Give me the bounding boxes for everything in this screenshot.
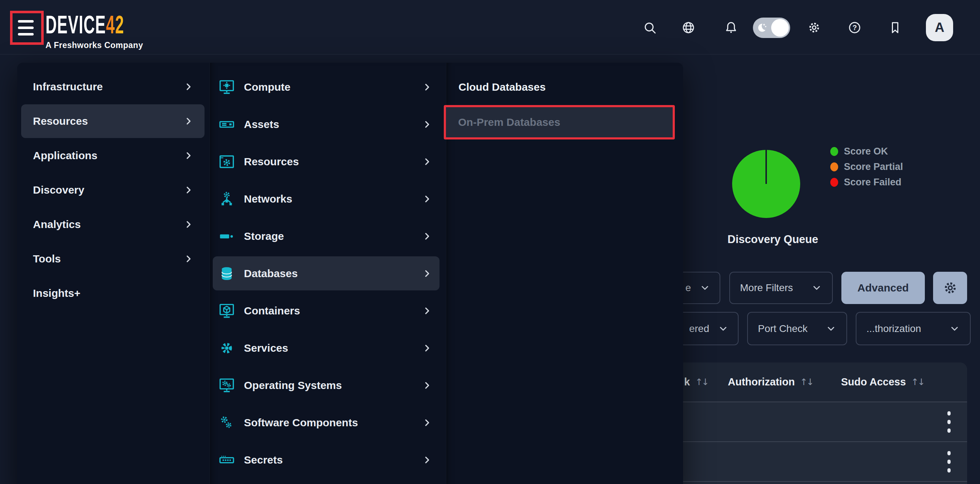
menu-item-label: Assets — [244, 118, 279, 131]
port-check-dropdown[interactable]: Port Check — [747, 312, 847, 345]
legend-label: Score OK — [844, 146, 888, 157]
menu-item-label: Operating Systems — [244, 379, 342, 391]
language-button[interactable] — [681, 20, 696, 35]
column-header-label: Authorization — [728, 376, 795, 388]
sort-icon[interactable]: ↑↓ — [695, 377, 708, 387]
row-actions-kebab-icon[interactable] — [945, 449, 953, 475]
assets-icon — [218, 116, 235, 133]
chevron-right-icon — [422, 194, 432, 204]
menu-item-services[interactable]: Services — [213, 331, 439, 365]
services-icon — [218, 340, 235, 357]
column-header-sudo-access[interactable]: Sudo Access ↑↓ — [841, 363, 924, 401]
menu-item-on-prem-databases[interactable]: On-Prem Databases — [444, 105, 675, 139]
chevron-right-icon — [422, 83, 432, 92]
compute-icon — [218, 78, 235, 96]
menu-item-label: Analytics — [33, 218, 81, 230]
authorization-dropdown[interactable]: ...thorization — [856, 312, 971, 345]
networks-icon — [218, 190, 235, 208]
menu-item-resources[interactable]: Resources — [21, 104, 205, 138]
menu-item-label: Services — [244, 342, 288, 354]
chevron-down-icon — [811, 283, 822, 293]
column-header-label: k — [684, 376, 690, 388]
menu-level3-column: Cloud Databases On-Prem Databases — [446, 63, 683, 484]
help-button[interactable]: ? — [847, 20, 862, 35]
row-actions-kebab-icon[interactable] — [945, 409, 953, 435]
menu-item-software-components[interactable]: Software Components — [213, 406, 439, 439]
menu-item-label: Software Components — [244, 417, 358, 429]
menu-item-secrets[interactable]: Secrets — [213, 443, 439, 477]
chevron-right-icon — [184, 220, 193, 229]
chevron-right-icon — [422, 232, 432, 241]
menu-item-label: Containers — [244, 305, 300, 317]
menu-level1-column: Infrastructure Resources Applications Di… — [17, 63, 210, 484]
filter-dropdown-label: ered — [689, 323, 709, 334]
menu-item-analytics[interactable]: Analytics — [21, 208, 205, 241]
menu-item-compute[interactable]: Compute — [213, 70, 439, 104]
bookmarks-button[interactable] — [887, 20, 903, 35]
menu-item-storage[interactable]: Storage — [213, 219, 439, 253]
more-filters-dropdown[interactable]: More Filters — [729, 272, 833, 304]
menu-item-databases[interactable]: Databases — [213, 256, 439, 291]
filter-dropdown-label: ...thorization — [867, 323, 921, 334]
settings-gear-icon — [807, 20, 822, 35]
menu-item-discovery[interactable]: Discovery — [21, 173, 205, 207]
menu-item-assets[interactable]: Assets — [213, 107, 439, 141]
menu-level2-column: Compute Assets Resources — [210, 63, 446, 484]
menu-item-label: Storage — [244, 230, 284, 242]
filter-dropdown-label: More Filters — [740, 282, 793, 294]
score-ok-dot-icon — [830, 147, 838, 156]
advanced-button-label: Advanced — [858, 282, 909, 294]
search-button[interactable] — [642, 20, 658, 35]
containers-icon — [218, 302, 235, 319]
advanced-button[interactable]: Advanced — [842, 272, 925, 304]
legend-label: Score Partial — [844, 161, 903, 173]
menu-item-label: Cloud Databases — [458, 81, 546, 93]
menu-item-networks[interactable]: Networks — [213, 182, 439, 216]
filter-dropdown-label: e — [685, 282, 691, 294]
column-header-authorization[interactable]: Authorization ↑↓ — [728, 363, 813, 401]
menu-item-label: Applications — [33, 150, 97, 162]
notifications-button[interactable] — [723, 20, 739, 35]
table-settings-button[interactable] — [933, 272, 967, 304]
sort-icon[interactable]: ↑↓ — [911, 377, 924, 387]
menu-item-resources-l2[interactable]: Resources — [213, 144, 439, 179]
hamburger-menu-button[interactable] — [10, 11, 44, 45]
menu-item-tools[interactable]: Tools — [21, 242, 205, 276]
menu-item-applications[interactable]: Applications — [21, 139, 205, 173]
notifications-bell-icon — [724, 21, 738, 35]
device42-logo[interactable]: DEVICE42 A Freshworks Company — [46, 12, 173, 50]
filter-dropdown-label: Port Check — [758, 323, 808, 334]
moon-icon — [756, 22, 767, 34]
menu-item-infrastructure[interactable]: Infrastructure — [21, 70, 205, 104]
globe-icon — [681, 21, 695, 35]
menu-item-label: Databases — [244, 267, 298, 280]
svg-text:?: ? — [853, 24, 857, 32]
user-avatar[interactable]: A — [926, 14, 953, 41]
help-icon: ? — [848, 21, 862, 35]
theme-toggle[interactable] — [753, 18, 790, 38]
chevron-right-icon — [422, 343, 432, 353]
chevron-right-icon — [184, 117, 193, 126]
settings-button[interactable] — [806, 20, 822, 35]
chevron-down-icon — [718, 323, 729, 334]
pie-chart-title: Discovery Queue — [727, 233, 818, 246]
search-icon — [643, 21, 657, 35]
menu-item-label: Compute — [244, 81, 291, 93]
logo-wordmark: DEVICE42 — [46, 12, 124, 37]
sort-icon[interactable]: ↑↓ — [800, 377, 813, 387]
chevron-right-icon — [422, 120, 432, 129]
menu-item-containers[interactable]: Containers — [213, 294, 439, 328]
chevron-right-icon — [184, 185, 193, 195]
chevron-right-icon — [422, 381, 432, 390]
menu-item-cloud-databases[interactable]: Cloud Databases — [446, 70, 683, 104]
secrets-icon — [218, 451, 235, 469]
column-header-clipped[interactable]: k ↑↓ — [684, 363, 708, 401]
settings-gear-icon — [942, 280, 959, 296]
menu-item-label: Insights+ — [33, 287, 81, 299]
menu-item-insights-plus[interactable]: Insights+ — [21, 276, 205, 310]
chevron-down-icon — [700, 283, 710, 293]
databases-icon — [218, 265, 235, 282]
menu-item-operating-systems[interactable]: Operating Systems — [213, 368, 439, 402]
column-header-label: Sudo Access — [841, 376, 906, 388]
chevron-right-icon — [422, 157, 432, 166]
